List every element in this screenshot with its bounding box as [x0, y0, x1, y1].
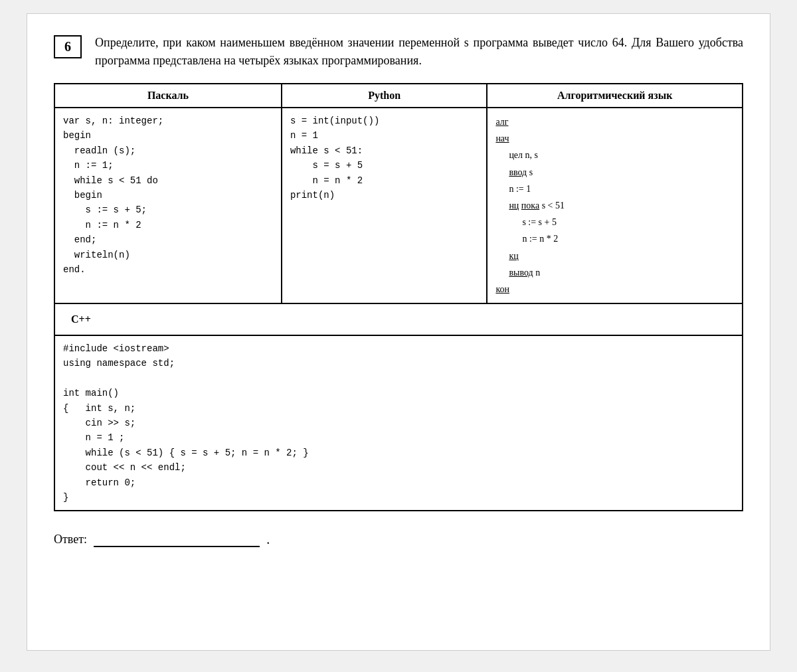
- algo-line-5: n := 1: [495, 181, 734, 197]
- algo-line-2: нач: [495, 130, 734, 147]
- cpp-header: C++: [63, 309, 734, 329]
- algo-line-10: вывод n: [495, 264, 734, 281]
- cpp-cell: C++: [54, 303, 743, 335]
- algo-line-6: нц пока s < 51: [495, 197, 734, 214]
- cpp-code: #include <iostream> using namespace std;…: [63, 341, 734, 505]
- algo-line-3: цел n, s: [495, 147, 734, 163]
- question-number: 6: [54, 35, 82, 58]
- main-table: Паскаль Python Алгоритмический язык var …: [54, 83, 743, 511]
- answer-section: Ответ: .: [54, 531, 743, 547]
- page: 6 Определите, при каком наименьшем введё…: [27, 13, 770, 651]
- python-code: s = int(input()) n = 1 while s < 51: s =…: [290, 114, 478, 203]
- algo-line-9: кц: [495, 248, 734, 264]
- pascal-cell: var s, n: integer; begin readln (s); n :…: [54, 108, 282, 303]
- pascal-code: var s, n: integer; begin readln (s); n :…: [63, 114, 273, 277]
- algo-line-11: кон: [495, 281, 734, 297]
- col3-header: Алгоритмический язык: [487, 84, 743, 108]
- question-header: 6 Определите, при каком наименьшем введё…: [54, 34, 743, 70]
- algo-cell: алг нач цел n, s ввод s n := 1 нц пока s…: [487, 108, 743, 303]
- python-cell: s = int(input()) n = 1 while s < 51: s =…: [282, 108, 487, 303]
- algo-line-7: s := s + 5: [495, 214, 734, 230]
- answer-dot: .: [266, 532, 270, 547]
- algo-line-4: ввод s: [495, 164, 734, 181]
- answer-label: Ответ:: [54, 533, 87, 546]
- algo-line-8: n := n * 2: [495, 230, 734, 247]
- cpp-code-cell: #include <iostream> using namespace std;…: [54, 335, 743, 511]
- col2-header: Python: [282, 84, 487, 108]
- algo-code: алг нач цел n, s ввод s n := 1 нц пока s…: [495, 114, 734, 297]
- question-text: Определите, при каком наименьшем введённ…: [95, 34, 743, 70]
- answer-input-line[interactable]: [94, 531, 260, 547]
- col1-header: Паскаль: [54, 84, 282, 108]
- algo-line-1: алг: [495, 114, 734, 130]
